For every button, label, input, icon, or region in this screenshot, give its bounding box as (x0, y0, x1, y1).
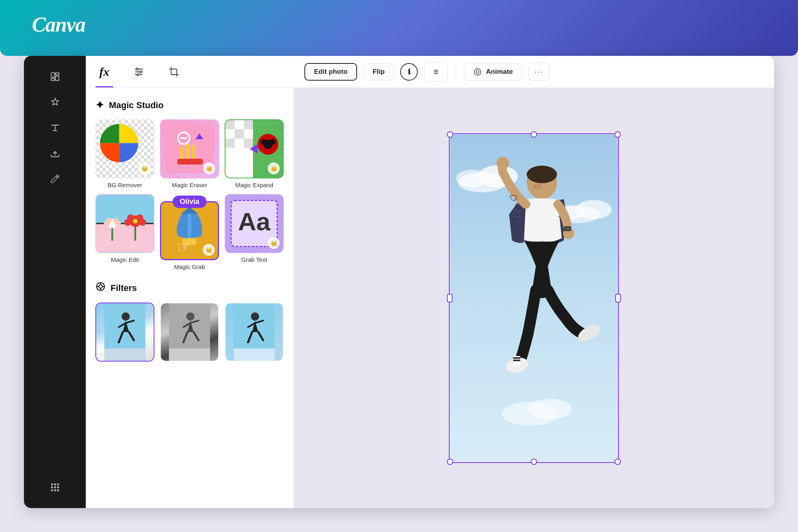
tool-thumb-grab-text: Aa 👑 (225, 194, 284, 253)
position-button[interactable]: ≡ (424, 62, 448, 81)
tool-thumb-magic-eraser: 👑 (160, 119, 219, 178)
svg-rect-1 (55, 73, 59, 75)
bg-remover-label: BG Remover (108, 182, 142, 188)
grab-text-label: Grab Text (241, 256, 267, 263)
svg-point-8 (54, 487, 55, 488)
tab-crop[interactable] (164, 56, 184, 87)
tool-magic-edit[interactable]: Magic Edit (95, 194, 154, 270)
svg-point-84 (476, 70, 479, 73)
filter-item-1[interactable] (95, 303, 154, 362)
info-button[interactable]: ℹ (400, 63, 418, 81)
svg-point-60 (139, 219, 146, 225)
more-options-button[interactable]: ··· (528, 63, 549, 81)
main-container: fx (24, 56, 774, 508)
handle-middle-left[interactable] (447, 294, 452, 303)
sidebar-item-templates[interactable] (44, 65, 66, 88)
svg-point-76 (122, 312, 130, 321)
canvas-area: Edit photo Flip ℹ ≡ Animate ··· (293, 56, 774, 508)
svg-rect-37 (235, 138, 244, 148)
crown-badge-magic-grab: 👑 (203, 244, 215, 256)
sidebar-item-uploads[interactable] (44, 142, 66, 164)
sidebar-item-elements[interactable] (44, 91, 66, 113)
svg-point-42 (261, 139, 266, 145)
svg-rect-101 (513, 357, 520, 359)
svg-text:Aa: Aa (238, 208, 271, 235)
sidebar-item-apps[interactable] (44, 476, 66, 498)
svg-point-6 (57, 484, 58, 485)
svg-point-53 (104, 221, 109, 226)
flip-button[interactable]: Flip (363, 63, 394, 80)
tool-thumb-magic-edit (95, 194, 154, 253)
svg-rect-102 (513, 360, 520, 361)
svg-text:☞: ☞ (177, 239, 190, 255)
svg-rect-75 (105, 348, 146, 361)
handle-top-left[interactable] (447, 131, 453, 138)
svg-point-83 (474, 68, 481, 75)
tab-fx[interactable]: fx (95, 56, 113, 87)
svg-point-93 (528, 399, 572, 419)
handle-middle-right[interactable] (615, 294, 621, 303)
svg-point-97 (496, 157, 509, 170)
svg-point-54 (115, 221, 121, 226)
svg-point-9 (57, 487, 58, 488)
top-header (0, 0, 798, 56)
magic-studio-icon: ✦ (95, 99, 104, 111)
svg-rect-81 (234, 348, 275, 361)
sidebar-item-draw[interactable] (44, 168, 66, 190)
magic-eraser-label: Magic Eraser (172, 182, 207, 188)
svg-point-61 (133, 219, 138, 223)
handle-bottom-center[interactable] (531, 459, 537, 465)
photo-container (450, 134, 618, 462)
handle-top-right[interactable] (614, 131, 621, 138)
tool-thumb-magic-grab: ☞ 👑 (160, 201, 219, 260)
filters-label: Filters (111, 283, 137, 293)
filters-title: Filters (95, 281, 284, 295)
sky-svg (450, 134, 618, 462)
canvas-body (293, 88, 774, 508)
tools-content: ✦ Magic Studio (86, 88, 293, 508)
svg-rect-36 (225, 138, 235, 148)
magic-expand-label: Magic Expand (235, 182, 273, 188)
tools-tabs: fx (86, 56, 293, 88)
svg-point-69 (99, 285, 103, 289)
filter-item-2[interactable] (160, 303, 219, 362)
svg-point-18 (137, 73, 139, 75)
sidebar-item-text[interactable] (44, 117, 66, 139)
filter-item-3[interactable] (225, 303, 284, 362)
svg-point-16 (140, 71, 142, 73)
svg-rect-31 (235, 120, 244, 129)
tool-magic-grab[interactable]: Olivia ☞ 👑 (160, 201, 219, 270)
filters-icon (95, 281, 106, 295)
animate-icon (473, 67, 482, 76)
crown-badge-magic-expand: 👑 (268, 162, 280, 174)
tool-bg-remover[interactable]: 👑 BG Remover (95, 119, 154, 188)
svg-rect-35 (244, 129, 253, 138)
tool-grab-text[interactable]: Aa 👑 Grab Text (225, 194, 284, 270)
svg-point-10 (51, 490, 52, 491)
svg-rect-3 (55, 76, 59, 81)
animate-button[interactable]: Animate (464, 63, 522, 81)
svg-rect-32 (244, 120, 253, 129)
tools-panel: fx (86, 56, 293, 508)
svg-point-4 (51, 484, 52, 485)
photo-background (450, 134, 618, 462)
tab-adjust[interactable] (129, 56, 148, 87)
edit-photo-button[interactable]: Edit photo (304, 63, 357, 81)
svg-point-43 (270, 139, 275, 145)
svg-point-95 (527, 166, 557, 183)
canva-logo: Canva (32, 13, 85, 36)
tool-magic-eraser[interactable]: 👑 Magic Eraser (160, 119, 219, 188)
tool-thumb-bg-remover: 👑 (95, 119, 154, 178)
crown-badge-grab-text: 👑 (268, 237, 280, 249)
photo-main (450, 134, 618, 462)
tool-magic-expand[interactable]: 👑 Magic Expand (225, 119, 284, 188)
handle-bottom-left[interactable] (447, 459, 453, 465)
svg-rect-105 (565, 227, 570, 230)
olivia-badge: Olivia (172, 196, 206, 208)
svg-rect-33 (225, 129, 235, 138)
svg-point-11 (54, 490, 55, 491)
left-sidebar (24, 56, 86, 508)
handle-top-center[interactable] (531, 131, 537, 138)
svg-point-59 (124, 219, 131, 225)
handle-bottom-right[interactable] (614, 459, 621, 465)
